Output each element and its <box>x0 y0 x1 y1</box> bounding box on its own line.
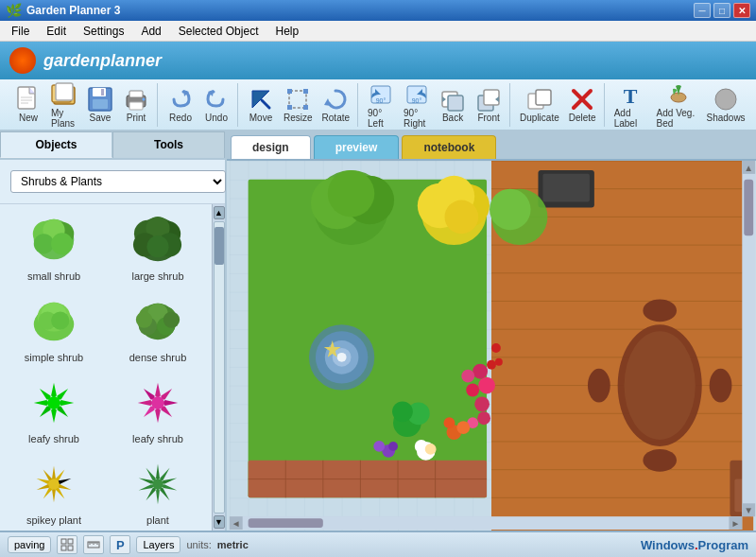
plant-plant[interactable]: plant <box>108 452 208 530</box>
save-icon <box>87 86 113 113</box>
svg-rect-33 <box>536 90 551 105</box>
scroll-track[interactable] <box>214 221 225 513</box>
tab-objects[interactable]: Objects <box>0 131 112 158</box>
scroll-thumb[interactable] <box>215 227 224 265</box>
plant-label: plant <box>146 514 169 526</box>
dense-shrub-icon <box>129 293 186 350</box>
plant-small-shrub[interactable]: small shrub <box>4 208 104 286</box>
menubar: File Edit Settings Add Selected Object H… <box>0 21 756 42</box>
plant-simple-shrub[interactable]: simple shrub <box>4 289 104 367</box>
logobar: gardenplanner <box>0 42 756 79</box>
duplicate-icon <box>526 86 553 113</box>
delete-icon <box>569 86 595 113</box>
move-button[interactable]: Move <box>244 84 278 125</box>
duplicate-button[interactable]: Duplicate <box>516 84 563 125</box>
front-button[interactable]: Front <box>472 84 506 125</box>
svg-point-142 <box>328 170 374 217</box>
addvegbed-label: Add Veg. Bed <box>657 108 701 129</box>
menu-help[interactable]: Help <box>267 23 306 40</box>
resize-button[interactable]: Resize <box>280 84 317 125</box>
plant-leafy-shrub-2[interactable]: leafy shrub <box>108 371 208 448</box>
addvegbed-button[interactable]: Add Veg. Bed <box>653 79 705 131</box>
svg-line-17 <box>262 100 269 108</box>
svg-marker-71 <box>34 400 49 406</box>
svg-point-156 <box>466 384 479 397</box>
myplans-button[interactable]: My Plans <box>47 79 81 131</box>
shadows-button[interactable]: Shadows <box>707 84 745 125</box>
menu-edit[interactable]: Edit <box>39 23 74 40</box>
left-panel: Objects Tools Shrubs & Plants Trees Vege… <box>0 131 227 531</box>
logo-watermark: Windows.Program <box>641 538 748 552</box>
scroll-up-button[interactable]: ▲ <box>214 206 225 219</box>
category-dropdown[interactable]: Shrubs & Plants Trees Vegetables Flowers… <box>10 170 226 193</box>
tab-notebook[interactable]: notebook <box>402 135 496 159</box>
svg-point-38 <box>715 89 736 110</box>
svg-marker-76 <box>163 400 178 406</box>
grid-button[interactable] <box>57 535 77 554</box>
paving-status[interactable]: paving <box>8 536 51 553</box>
category-selector[interactable]: Shrubs & Plants Trees Vegetables Flowers… <box>0 160 225 204</box>
svg-marker-94 <box>156 464 160 480</box>
svg-point-64 <box>163 311 180 327</box>
plant-dense-shrub[interactable]: dense shrub <box>108 289 208 367</box>
move-icon <box>248 86 274 113</box>
menu-settings[interactable]: Settings <box>76 23 131 40</box>
delete-button[interactable]: Delete <box>565 84 600 125</box>
rotate-left-icon: 90° <box>368 81 394 108</box>
svg-marker-69 <box>51 408 57 423</box>
canvas-area[interactable]: ◄ ► ▲ ▼ <box>227 161 756 531</box>
tab-preview[interactable]: preview <box>314 135 400 159</box>
delete-label: Delete <box>569 113 596 123</box>
svg-point-154 <box>337 353 347 362</box>
tab-tools[interactable]: Tools <box>112 131 225 158</box>
plant-leafy-shrub-1[interactable]: leafy shrub <box>4 371 104 448</box>
back-button[interactable]: Back <box>436 84 470 125</box>
toolbar-rotation-group: 90° 90° Left 90° 90° Right Back Front <box>360 83 510 127</box>
print-label: Print <box>127 113 146 123</box>
menu-file[interactable]: File <box>4 23 37 40</box>
redo-label: Redo <box>169 113 192 123</box>
svg-rect-29 <box>448 96 463 111</box>
redo-button[interactable]: Redo <box>163 84 198 125</box>
svg-rect-20 <box>303 89 308 94</box>
tab-design[interactable]: design <box>231 135 311 159</box>
svg-rect-6 <box>56 83 73 100</box>
new-button[interactable]: New <box>11 84 45 125</box>
panel-scrollbar[interactable]: ▲ ▼ <box>212 204 225 531</box>
undo-button[interactable]: Undo <box>199 84 233 125</box>
titlebar-controls[interactable]: ─ □ ✕ <box>694 3 750 18</box>
layers-label: Layers <box>143 539 174 550</box>
addlabel-button[interactable]: T Add Label <box>610 79 651 131</box>
front-icon <box>475 86 502 113</box>
rotate-right-button[interactable]: 90° 90° Right <box>400 79 434 131</box>
simple-shrub-label: simple shrub <box>25 352 83 363</box>
layers-button[interactable]: Layers <box>136 536 180 553</box>
parking-button[interactable]: P <box>110 535 130 554</box>
plant-large-shrub[interactable]: large shrub <box>108 208 208 286</box>
leafy-shrub-1-label: leafy shrub <box>28 433 79 444</box>
ruler-button[interactable] <box>83 535 104 554</box>
maximize-button[interactable]: □ <box>713 3 730 18</box>
print-button[interactable]: Print <box>119 84 153 125</box>
rotate-button[interactable]: Rotate <box>318 84 353 125</box>
svg-point-133 <box>643 300 677 322</box>
menu-selected-object[interactable]: Selected Object <box>171 23 266 40</box>
minimize-button[interactable]: ─ <box>694 3 711 18</box>
back-icon <box>439 86 466 113</box>
back-label: Back <box>442 113 463 123</box>
svg-point-170 <box>388 442 398 451</box>
save-button[interactable]: Save <box>83 84 117 125</box>
close-button[interactable]: ✕ <box>733 3 750 18</box>
plant-spikey[interactable]: spikey plant <box>4 452 104 530</box>
rotate-left-button[interactable]: 90° 90° Left <box>364 79 398 131</box>
svg-rect-21 <box>287 105 292 110</box>
svg-point-175 <box>487 360 496 370</box>
svg-rect-19 <box>287 89 292 94</box>
right-panel: design preview notebook <box>227 131 756 531</box>
scroll-down-button[interactable]: ▼ <box>214 515 225 529</box>
svg-rect-9 <box>101 89 104 96</box>
svg-point-164 <box>444 417 455 428</box>
menu-add[interactable]: Add <box>133 23 168 40</box>
garden-canvas[interactable]: ◄ ► ▲ ▼ <box>227 161 756 531</box>
svg-rect-189 <box>61 539 66 544</box>
